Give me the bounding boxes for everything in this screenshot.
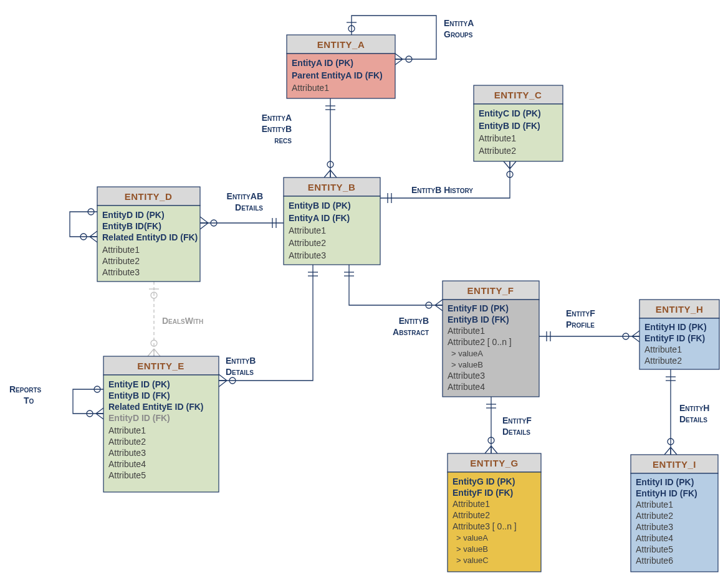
rel-entityh-details: EntityH Details <box>664 369 709 455</box>
svg-text:Attribute2: Attribute2 <box>453 510 490 520</box>
rel-f-h-l1: EntityF <box>566 308 595 318</box>
rel-entityb-abstract: EntityB Abstract <box>344 265 443 337</box>
rel-b-d-l2: Details <box>235 202 263 212</box>
svg-text:EntityE ID (PK): EntityE ID (PK) <box>108 379 170 389</box>
svg-text:Attribute3: Attribute3 <box>636 522 673 532</box>
svg-text:Attribute1: Attribute1 <box>644 344 682 354</box>
rel-b-e-l1: EntityB <box>226 356 256 366</box>
entity-g-title: ENTITY_G <box>470 458 518 468</box>
svg-text:EntityI ID (PK): EntityI ID (PK) <box>636 477 694 487</box>
svg-text:Attribute2: Attribute2 <box>479 146 516 156</box>
rel-b-e-l2: Details <box>226 367 254 377</box>
rel-h-i-l2: Details <box>679 414 707 424</box>
rel-a-self-l2: Groups <box>444 29 473 39</box>
entity-e-title: ENTITY_E <box>137 361 184 371</box>
svg-text:EntityB ID (FK): EntityB ID (FK) <box>448 315 509 325</box>
svg-text:Attribute5: Attribute5 <box>636 544 673 554</box>
rel-b-d-l1: EntityAB <box>227 191 263 201</box>
entity-d: ENTITY_D EntityD ID (PK) EntityB ID(FK) … <box>97 187 200 282</box>
svg-text:Attribute2: Attribute2 <box>102 256 140 266</box>
svg-text:EntityA ID (PK): EntityA ID (PK) <box>292 58 353 68</box>
rel-entityf-details: EntityF Details <box>485 397 532 453</box>
svg-text:EntityA ID (FK): EntityA ID (FK) <box>289 213 350 223</box>
svg-text:EntityD ID (PK): EntityD ID (PK) <box>102 210 165 220</box>
svg-text:Attribute4: Attribute4 <box>108 459 146 469</box>
svg-text:Attribute1: Attribute1 <box>289 225 326 235</box>
rel-entityb-details: EntityB Details <box>219 265 318 387</box>
svg-text:Related EntityD ID (FK): Related EntityD ID (FK) <box>102 232 198 242</box>
entity-g: ENTITY_G EntityG ID (PK) EntityF ID (FK)… <box>448 453 541 572</box>
svg-text:EntityF ID (FK): EntityF ID (FK) <box>644 333 705 343</box>
rel-f-g-l1: EntityF <box>502 415 532 425</box>
svg-text:Attribute2 [ 0..n ]: Attribute2 [ 0..n ] <box>448 337 512 347</box>
rel-d-e-l1: DealsWith <box>162 316 203 326</box>
svg-text:Related EntityE ID (FK): Related EntityE ID (FK) <box>108 402 203 412</box>
rel-a-self-l1: EntityA <box>444 18 474 28</box>
svg-text:Attribute1: Attribute1 <box>636 500 673 509</box>
svg-text:> valueA: > valueA <box>456 533 488 542</box>
svg-text:EntityF ID (PK): EntityF ID (PK) <box>448 303 509 313</box>
svg-text:> valueB: > valueB <box>451 360 483 369</box>
rel-f-h-l2: Profile <box>566 320 595 329</box>
svg-text:Attribute1: Attribute1 <box>102 245 140 255</box>
svg-text:Attribute2: Attribute2 <box>644 356 682 366</box>
svg-text:Parent EntityA ID (FK): Parent EntityA ID (FK) <box>292 70 383 80</box>
svg-text:Attribute2: Attribute2 <box>289 238 326 248</box>
svg-text:EntityC ID (PK): EntityC ID (PK) <box>479 108 541 118</box>
entity-c-title: ENTITY_C <box>494 90 542 100</box>
svg-text:EntityF ID (FK): EntityF ID (FK) <box>453 488 513 498</box>
rel-d-self <box>70 209 97 242</box>
svg-text:Attribute2: Attribute2 <box>636 511 673 521</box>
rel-a-b-l3: recs <box>274 135 292 145</box>
svg-text:Attribute5: Attribute5 <box>108 470 146 480</box>
rel-reports-to: Reports To <box>9 384 103 419</box>
svg-text:Attribute1: Attribute1 <box>479 133 516 143</box>
svg-text:EntityB ID (FK): EntityB ID (FK) <box>479 121 540 131</box>
svg-text:Attribute2: Attribute2 <box>108 437 146 447</box>
svg-text:Attribute3: Attribute3 <box>448 371 485 381</box>
svg-text:Attribute1: Attribute1 <box>453 499 490 509</box>
entity-c: ENTITY_C EntityC ID (PK) EntityB ID (FK)… <box>474 85 563 161</box>
svg-text:Attribute3 [ 0..n ]: Attribute3 [ 0..n ] <box>453 521 517 531</box>
svg-text:> valueA: > valueA <box>451 349 483 358</box>
svg-text:Attribute4: Attribute4 <box>636 533 673 543</box>
rel-h-i-l1: EntityH <box>679 403 709 413</box>
entity-i: ENTITY_I EntityI ID (PK) EntityH ID (FK)… <box>631 455 718 572</box>
rel-e-self-l2: To <box>24 396 34 405</box>
svg-text:EntityB ID (FK): EntityB ID (FK) <box>108 391 170 400</box>
rel-entityab-details: EntityAB Details <box>200 191 284 229</box>
svg-text:> valueC: > valueC <box>456 556 489 565</box>
svg-text:Attribute6: Attribute6 <box>636 556 673 566</box>
svg-text:EntityG ID (PK): EntityG ID (PK) <box>453 476 515 486</box>
rel-f-g-l2: Details <box>502 427 530 437</box>
entity-f: ENTITY_F EntityF ID (PK) EntityB ID (FK)… <box>443 281 539 397</box>
svg-text:EntityB ID(FK): EntityB ID(FK) <box>102 221 161 231</box>
svg-text:Attribute1: Attribute1 <box>108 425 146 435</box>
svg-text:Attribute3: Attribute3 <box>108 448 146 458</box>
rel-b-f-l2: Abstract <box>393 327 429 337</box>
rel-e-self-l1: Reports <box>9 384 42 394</box>
rel-a-b-l2: EntityB <box>262 124 292 134</box>
rel-entityb-history: EntityB History <box>380 161 516 203</box>
svg-text:EntityB ID (PK): EntityB ID (PK) <box>289 201 351 211</box>
entity-b: ENTITY_B EntityB ID (PK) EntityA ID (FK)… <box>284 178 380 265</box>
svg-text:> valueB: > valueB <box>456 544 488 554</box>
entity-h-title: ENTITY_H <box>656 304 704 315</box>
entity-a-title: ENTITY_A <box>317 39 365 50</box>
rel-entityf-profile: EntityF Profile <box>539 308 639 342</box>
entity-f-title: ENTITY_F <box>467 285 514 296</box>
svg-text:Attribute1: Attribute1 <box>292 83 329 93</box>
svg-text:Attribute4: Attribute4 <box>448 382 485 392</box>
svg-text:EntityH ID (PK): EntityH ID (PK) <box>644 322 707 332</box>
entity-i-title: ENTITY_I <box>653 459 696 470</box>
svg-text:Attribute1: Attribute1 <box>448 326 485 336</box>
rel-a-b-l1: EntityA <box>262 113 292 123</box>
rel-dealswith: DealsWith <box>148 282 203 356</box>
entity-b-title: ENTITY_B <box>308 182 356 192</box>
svg-text:EntityD ID (FK): EntityD ID (FK) <box>108 413 170 423</box>
svg-text:EntityH  ID (FK): EntityH ID (FK) <box>636 488 697 498</box>
rel-b-f-l1: EntityB <box>399 316 429 326</box>
entity-a: ENTITY_A EntityA ID (PK) Parent EntityA … <box>287 35 395 98</box>
entity-h: ENTITY_H EntityH ID (PK) EntityF ID (FK)… <box>639 300 719 369</box>
rel-b-c-l1: EntityB History <box>411 185 473 195</box>
